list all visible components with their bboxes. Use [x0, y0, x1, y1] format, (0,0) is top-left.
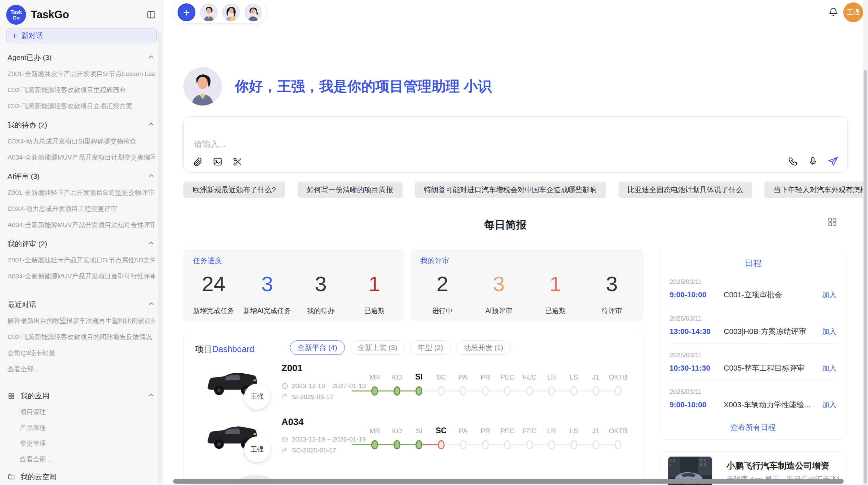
vertical-scrollbar-track[interactable]	[863, 0, 868, 485]
section-ai-review[interactable]: AI评审 (3)	[8, 172, 155, 181]
add-agent-button[interactable]: +	[178, 3, 195, 21]
milestone-label: LR	[540, 427, 564, 435]
suggestion-chip[interactable]: 特朗普可能对进口汽车增税会对中国车企造成哪些影响	[415, 182, 606, 198]
app-item-product-mgmt[interactable]: 产品管理	[20, 423, 155, 432]
milestone-label: PEC	[495, 373, 519, 381]
sidebar-item[interactable]: C02-飞腾新能源轻客改款项目里程碑画布	[8, 86, 155, 95]
clock-icon	[281, 436, 288, 443]
section-title: AI评审 (3)	[8, 172, 39, 181]
milestone-label: SI	[407, 427, 431, 435]
image-upload-icon[interactable]	[213, 157, 223, 167]
schedule-time: 10:30-11:30	[670, 364, 724, 373]
recent-chat-item[interactable]: C02-飞腾新能源轻客改款项目的闭环通告反馈情况	[8, 333, 155, 341]
app-item-change-mgmt[interactable]: 变更管理	[20, 439, 155, 448]
stat-label: 已逾期	[527, 306, 584, 315]
join-link[interactable]: 加入	[822, 290, 836, 300]
join-link[interactable]: 加入	[822, 327, 836, 336]
sidebar-item[interactable]: Z001-全新燃油轻卡产品开发项目SI造型提交物评审	[8, 188, 155, 197]
section-recent-chats[interactable]: 最近对话	[8, 300, 155, 309]
stats-row: 2进行中 3AI预评审 1已逾期 3待评审	[414, 272, 640, 315]
suggestion-chip[interactable]: 当下年轻人对汽车外观有怎样的喜好趋势	[764, 182, 868, 198]
milestone-dot	[526, 440, 533, 449]
recent-view-all[interactable]: 查看全部...	[8, 365, 155, 374]
milestone-label: MR	[363, 427, 387, 435]
layout-grid-icon[interactable]	[827, 216, 838, 229]
horizontal-scrollbar[interactable]	[173, 479, 844, 484]
tab-year-model[interactable]: 年型 (2)	[410, 340, 451, 355]
new-chat-button[interactable]: + 新对话	[6, 28, 157, 43]
suggestion-chip[interactable]: 如何写一份清晰的项目周报	[298, 182, 402, 198]
schedule-date: 2025/03/11	[670, 351, 836, 359]
suggestion-chip[interactable]: 欧洲新规最近颁布了什么?	[183, 182, 285, 198]
milestone-dot-done	[394, 386, 400, 396]
avatar-1[interactable]	[200, 3, 218, 21]
sidebar-item[interactable]: C0X4-动力总成开发项目工程变更评审	[8, 204, 155, 213]
flag-icon	[281, 447, 288, 454]
section-my-review[interactable]: 我的评审 (2)	[8, 239, 155, 249]
sidebar-item[interactable]: C02-飞腾新能源轻客改款项目立项汇报方案	[8, 102, 155, 111]
suggestion-chip[interactable]: 比亚迪全固态电池计划具体说了什么	[618, 182, 752, 198]
join-link[interactable]: 加入	[822, 363, 836, 373]
recent-chat-item[interactable]: 解释最新出台的欧盟报废车法规再生塑料比例被调至15%...	[8, 316, 155, 325]
sidebar-item[interactable]: A034-全新新能源MUV产品开发项目计划变更表编写	[8, 153, 155, 162]
sidebar-item-cloud-space[interactable]: 我的云空间	[8, 472, 155, 482]
vertical-scrollbar-thumb[interactable]	[864, 70, 867, 484]
notification-bell-icon[interactable]	[828, 7, 839, 18]
schedule-meeting-title: C003|H0B-方案冻结评审	[724, 326, 822, 337]
schedule-item: 2025/03/11 13:00-14:30 C003|H0B-方案冻结评审 加…	[670, 307, 836, 344]
chevron-up-icon[interactable]	[148, 121, 155, 129]
stat-label: 已逾期	[348, 306, 401, 315]
user-name: 王强	[847, 8, 860, 17]
stats-row: 24新增完成任务 3新增AI完成任务 3我的待办 1已逾期	[187, 272, 401, 315]
message-composer[interactable]: 请输入...	[183, 116, 848, 173]
recent-chat-item[interactable]: 公司Q3轻卡销量	[8, 349, 155, 358]
attachment-icon[interactable]	[193, 157, 203, 167]
view-all-schedule-link[interactable]: 查看所有日程	[659, 422, 847, 433]
stat-value: 2	[414, 272, 471, 296]
scissors-icon[interactable]	[232, 157, 243, 167]
tab-powertrain[interactable]: 动总开发 (1)	[456, 340, 511, 355]
chevron-up-icon[interactable]	[148, 53, 155, 62]
tab-new-body[interactable]: 全新上装 (3)	[350, 340, 405, 355]
app-item-project-mgmt[interactable]: 项目管理	[20, 408, 155, 416]
microphone-icon[interactable]	[808, 156, 818, 166]
chevron-up-icon[interactable]	[148, 240, 155, 248]
sidebar-item[interactable]: Z001-全新燃油皮卡产品开发项目SI节点Lesson Learn报告	[8, 70, 155, 78]
milestone-label: FEC	[518, 427, 542, 435]
chevron-up-icon[interactable]	[148, 300, 155, 309]
app-view-all[interactable]: 查看全部...	[20, 455, 155, 464]
sidebar-item[interactable]: C0X4-动力总成开发项目SI里程碑提交物检查	[8, 137, 155, 146]
avatar-3[interactable]	[244, 3, 262, 21]
owner-name: 王强	[251, 392, 264, 401]
section-my-todo[interactable]: 我的待办 (2)	[8, 120, 155, 130]
stat-overdue: 1已逾期	[527, 272, 584, 315]
phone-icon[interactable]	[788, 156, 798, 166]
task-progress-card: 任务进度 24新增完成任务 3新增AI完成任务 3我的待办 1已逾期	[183, 249, 405, 321]
project-code[interactable]: Z001	[281, 363, 303, 374]
milestone-dot	[570, 440, 577, 449]
sidebar-item[interactable]: Z001-全新燃油轻卡产品开发项目SI节点属性5D文件评审	[8, 256, 155, 265]
section-agent-done[interactable]: Agent已办 (3)	[8, 53, 155, 62]
tab-new-platform[interactable]: 全新平台 (4)	[290, 340, 345, 355]
milestone-dot	[615, 386, 622, 396]
collapse-sidebar-icon[interactable]	[146, 10, 156, 20]
stat-label: 待评审	[583, 306, 640, 315]
schedule-item: 2025/03/11 9:00-10:00 C001-立项审批会 加入	[670, 271, 836, 307]
flag-text: SI-2025-05-17	[292, 393, 333, 401]
my-review-card: 我的评审 2进行中 3AI预评审 1已逾期 3待评审	[411, 249, 643, 321]
project-code[interactable]: A034	[281, 417, 304, 427]
join-link[interactable]: 加入	[822, 400, 836, 410]
user-avatar[interactable]: 王强	[843, 2, 863, 22]
sidebar-item[interactable]: A034-全新新能源MUV产品开发项目造型可行性评审	[8, 272, 155, 281]
stat-value: 3	[471, 272, 527, 296]
avatar-2[interactable]	[222, 3, 240, 21]
schedule-card: 日程 2025/03/11 9:00-10:00 C001-立项审批会 加入 2…	[659, 249, 847, 440]
send-icon[interactable]	[828, 156, 839, 167]
date-range-text: 2023-12-19 ~ 2027-01-19	[292, 382, 366, 390]
sidebar-item[interactable]: A034-全新新能源MUV产品开发项目法规符合性评审	[8, 221, 155, 229]
stat-value: 1	[527, 272, 584, 296]
sidebar-item-my-apps[interactable]: 我的应用	[8, 391, 155, 401]
chevron-up-icon[interactable]	[148, 172, 155, 181]
chevron-up-icon[interactable]	[148, 392, 155, 400]
sidebar-scrollbar[interactable]	[158, 33, 161, 483]
